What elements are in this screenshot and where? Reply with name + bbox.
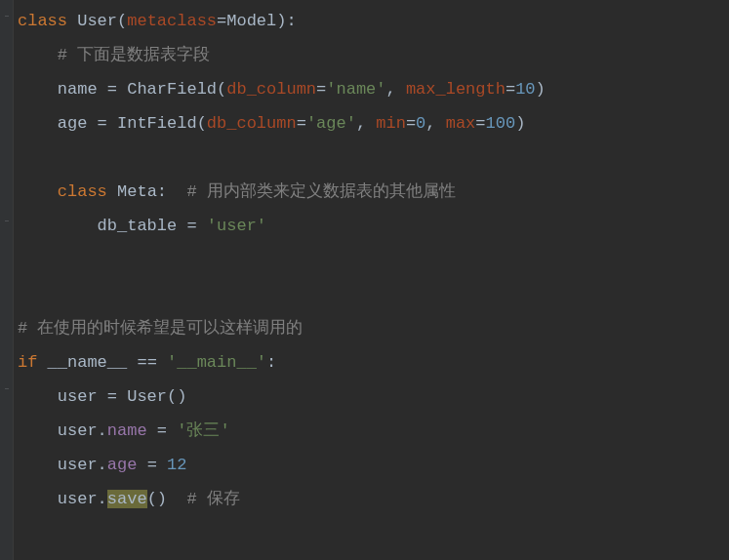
call-parens: () (147, 490, 187, 508)
kwarg: db_column (226, 80, 316, 99)
number: 12 (167, 456, 186, 474)
space (37, 353, 47, 372)
code-line: user.name = '张三' (18, 414, 729, 448)
code-text: name = CharField( (18, 80, 226, 99)
code-text: user. (18, 490, 107, 508)
string: '张三' (177, 421, 229, 440)
colon: : (266, 353, 276, 372)
class-name: User( (67, 12, 127, 30)
code-line-empty (18, 243, 729, 277)
code-line-empty (18, 140, 729, 175)
code-text: user. (18, 421, 107, 440)
operator: = (475, 114, 485, 133)
operator: = (406, 114, 416, 133)
attribute: name (107, 421, 147, 440)
kwarg: min (376, 114, 406, 133)
operator: = (297, 114, 306, 133)
code-text: db_table = (18, 217, 207, 235)
operator: = (316, 80, 326, 99)
code-line: user = User() (18, 380, 729, 414)
fold-marker-icon[interactable]: – (2, 384, 12, 394)
operator: = (217, 12, 226, 30)
code-line-empty (18, 277, 729, 311)
string: 'age' (306, 114, 356, 133)
gutter: – – – (0, 0, 14, 560)
code-line: user.save() # 保存 (18, 482, 729, 516)
code-editor[interactable]: class User(metaclass=Model): # 下面是数据表字段 … (18, 4, 729, 516)
code-text: user. (18, 456, 107, 474)
comment: # 在使用的时候希望是可以这样调用的 (18, 319, 303, 338)
comment: # 保存 (186, 490, 239, 508)
operator: = (506, 80, 515, 99)
operator: = (137, 456, 167, 474)
string: 'name' (326, 80, 385, 99)
code-line: db_table = 'user' (18, 209, 729, 243)
keyword-if: if (18, 353, 37, 372)
dunder-name: __name__ (48, 353, 128, 372)
kwarg: db_column (207, 114, 297, 133)
comment: # 用内部类来定义数据表的其他属性 (186, 182, 455, 201)
code-line: class User(metaclass=Model): (18, 4, 729, 38)
comma: , (356, 114, 376, 133)
string: 'user' (207, 217, 266, 235)
indent (18, 46, 58, 64)
highlighted-method: save (107, 490, 147, 508)
kwarg-metaclass: metaclass (127, 12, 217, 30)
paren: ) (536, 80, 546, 99)
fold-marker-icon[interactable]: – (2, 12, 12, 21)
kwarg: max (446, 114, 476, 133)
code-line: class Meta: # 用内部类来定义数据表的其他属性 (18, 175, 729, 209)
code-line: user.age = 12 (18, 448, 729, 482)
class-name: Meta: (107, 182, 187, 201)
number: 0 (416, 114, 425, 133)
string: '__main__' (167, 353, 266, 372)
code-line: name = CharField(db_column='name', max_l… (18, 72, 729, 106)
operator: == (127, 353, 167, 372)
fold-marker-icon[interactable]: – (2, 217, 12, 226)
keyword-class: class (58, 182, 107, 201)
indent (18, 182, 58, 201)
comment: # 下面是数据表字段 (58, 46, 210, 64)
operator: = (147, 421, 178, 440)
kwarg: max_length (406, 80, 506, 99)
code-line: # 在使用的时候希望是可以这样调用的 (18, 311, 729, 345)
number: 10 (515, 80, 535, 99)
code-text: user = User() (18, 387, 186, 406)
identifier: Model): (226, 12, 296, 30)
code-line: if __name__ == '__main__': (18, 345, 729, 380)
keyword-class: class (18, 12, 67, 30)
code-text: age = IntField( (18, 114, 207, 133)
code-line: age = IntField(db_column='age', min=0, m… (18, 106, 729, 140)
code-line: # 下面是数据表字段 (18, 38, 729, 72)
comma: , (386, 80, 406, 99)
number: 100 (486, 114, 516, 133)
comma: , (425, 114, 445, 133)
paren: ) (515, 114, 525, 133)
attribute: age (107, 456, 138, 474)
